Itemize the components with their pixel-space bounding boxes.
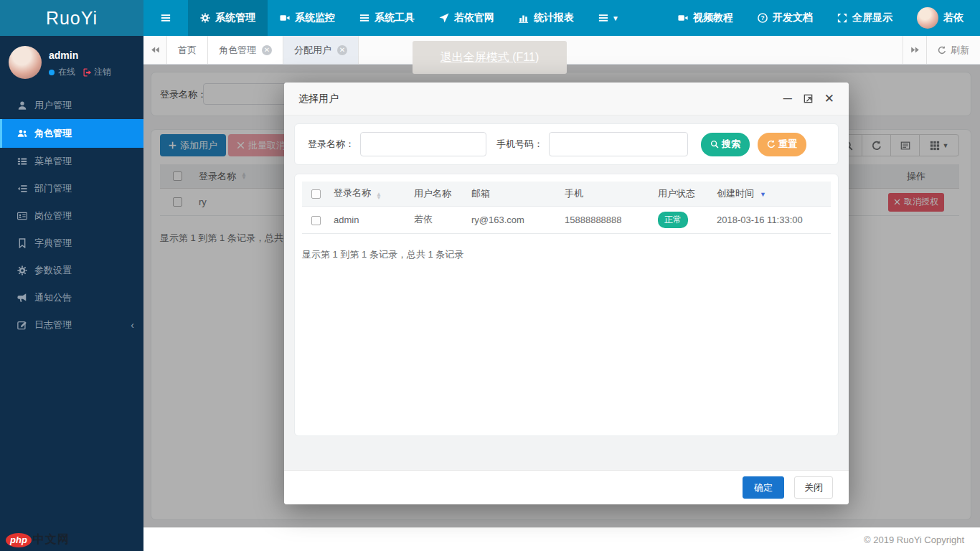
gear-icon (17, 265, 27, 276)
reset-label: 重置 (778, 138, 797, 151)
edit-icon (17, 320, 27, 330)
close-icon[interactable]: ✕ (262, 45, 272, 55)
tab-label: 分配用户 (294, 44, 331, 57)
app-logo: RuoYi (0, 0, 143, 36)
login-name-input[interactable] (360, 132, 486, 156)
cell-email: ry@163.com (467, 206, 560, 233)
sidebar-item-dict-manage[interactable]: 字典管理 (0, 230, 143, 257)
tabs-scroll-left-button[interactable] (143, 36, 167, 64)
logout-link[interactable]: 注销 (83, 66, 111, 78)
user-icon (17, 100, 27, 110)
hamburger-icon (598, 13, 608, 23)
sidebar-item-label: 菜单管理 (34, 155, 72, 168)
sidebar-toggle-button[interactable] (143, 0, 188, 36)
search-label: 搜索 (722, 138, 740, 151)
search-icon (710, 140, 719, 149)
bar-chart-icon (519, 13, 529, 23)
confirm-button[interactable]: 确定 (743, 476, 784, 499)
dialog-body: 登录名称： 手机号码： 搜索 重置 (284, 116, 849, 470)
nav-menu-official-site[interactable]: 若依官网 (427, 0, 507, 36)
copyright-text: © 2019 RuoYi Copyright (864, 534, 964, 545)
page-footer: © 2019 RuoYi Copyright (143, 527, 980, 551)
nav-menu-system-manage[interactable]: 系统管理 (188, 0, 268, 36)
nav-menu-system-tools[interactable]: 系统工具 (347, 0, 427, 36)
id-card-icon (17, 211, 27, 221)
tab-label: 角色管理 (219, 44, 256, 57)
user-meta: admin 在线 注销 (49, 46, 111, 79)
sort-icon: ▲▼ (376, 193, 382, 200)
status-badge: 正常 (658, 212, 688, 228)
table-row[interactable]: admin 若依 ry@163.com 15888888888 正常 2018-… (302, 206, 831, 233)
cell-created: 2018-03-16 11:33:00 (712, 206, 831, 233)
video-icon (678, 13, 688, 23)
cell-phone: 15888888888 (560, 206, 654, 233)
phone-input[interactable] (549, 132, 688, 156)
maximize-button[interactable] (803, 93, 814, 104)
minimize-button[interactable]: ─ (783, 93, 792, 105)
column-status: 用户状态 (654, 182, 712, 206)
bookmark-icon (17, 238, 27, 248)
tab-home[interactable]: 首页 (167, 36, 208, 64)
select-all-checkbox[interactable] (311, 189, 321, 199)
nav-menu-more-dropdown[interactable]: ▼ (586, 0, 631, 36)
nav-menu-label: 若依官网 (454, 11, 494, 24)
user-name: admin (49, 50, 111, 61)
sidebar-item-role-manage[interactable]: 角色管理 (0, 119, 143, 148)
tab-refresh-button[interactable]: 刷新 (926, 36, 980, 64)
cell-user-name: 若依 (410, 206, 467, 233)
nav-dev-docs[interactable]: 开发文档 (745, 0, 825, 36)
refresh-icon (938, 46, 946, 55)
sidebar-item-param-settings[interactable]: 参数设置 (0, 257, 143, 284)
sidebar-item-label: 日志管理 (34, 319, 72, 331)
tabs-scroll-right-button[interactable] (903, 36, 926, 64)
tab-assign-user[interactable]: 分配用户 ✕ (283, 36, 359, 64)
close-icon[interactable]: ✕ (337, 45, 347, 55)
close-dialog-button[interactable]: 关闭 (794, 476, 833, 499)
nav-video-tutorial[interactable]: 视频教程 (666, 0, 745, 36)
sidebar-item-label: 部门管理 (34, 182, 72, 195)
sidebar-item-user-manage[interactable]: 用户管理 (0, 92, 143, 119)
sidebar-item-log-manage[interactable]: 日志管理 ‹ (0, 311, 143, 339)
reset-button[interactable]: 重置 (758, 133, 806, 156)
th-list-icon (17, 156, 27, 166)
dialog-title: 选择用户 (298, 93, 339, 105)
top-navbar: RuoYi 系统管理 系统监控 系统工具 若依官网 统计报表 ▼ (0, 0, 980, 36)
sign-out-icon (83, 68, 92, 77)
dialog-header[interactable]: 选择用户 ─ ✕ (284, 83, 849, 116)
tab-role-manage[interactable]: 角色管理 ✕ (208, 36, 283, 64)
nav-fullscreen-toggle[interactable]: 全屏显示 (825, 0, 905, 36)
row-checkbox[interactable] (311, 216, 321, 225)
sidebar-item-post-manage[interactable]: 岗位管理 (0, 202, 143, 230)
exit-fullscreen-toast: 退出全屏模式 (F11) (413, 41, 567, 74)
sidebar-item-dept-manage[interactable]: 部门管理 (0, 175, 143, 202)
column-created[interactable]: 创建时间▼ (712, 182, 831, 206)
list-icon (359, 13, 369, 23)
sidebar-item-label: 字典管理 (34, 237, 72, 250)
dialog-search-bar: 登录名称： 手机号码： 搜索 重置 (294, 123, 839, 165)
sort-desc-icon: ▼ (760, 191, 766, 198)
records-summary: 显示第 1 到第 1 条记录，总共 1 条记录 (302, 248, 831, 261)
nav-menu-reports[interactable]: 统计报表 (507, 0, 586, 36)
dialog-controls: ─ ✕ (783, 93, 834, 105)
video-icon (280, 13, 290, 23)
online-dot-icon (49, 70, 55, 75)
column-phone: 手机 (560, 182, 654, 206)
avatar (917, 7, 938, 29)
search-button[interactable]: 搜索 (701, 133, 750, 156)
column-login-name[interactable]: 登录名称▲▼ (329, 182, 410, 206)
maximize-icon (803, 93, 814, 104)
column-email: 邮箱 (467, 182, 560, 206)
gear-icon (200, 13, 210, 23)
avatar[interactable] (9, 46, 42, 79)
sidebar-item-menu-manage[interactable]: 菜单管理 (0, 148, 143, 175)
sidebar-item-label: 参数设置 (34, 264, 72, 277)
navbar-right-group: 视频教程 开发文档 全屏显示 若依 (666, 0, 976, 36)
refresh-label: 刷新 (951, 44, 969, 57)
close-button[interactable]: ✕ (824, 93, 834, 105)
sidebar-item-notice[interactable]: 通知公告 (0, 284, 143, 311)
login-name-label: 登录名称： (308, 138, 354, 151)
nav-menu-system-monitor[interactable]: 系统监控 (268, 0, 347, 36)
logout-label: 注销 (94, 66, 111, 78)
nav-item-label: 全屏显示 (852, 11, 892, 24)
nav-user-menu[interactable]: 若依 (905, 0, 976, 36)
